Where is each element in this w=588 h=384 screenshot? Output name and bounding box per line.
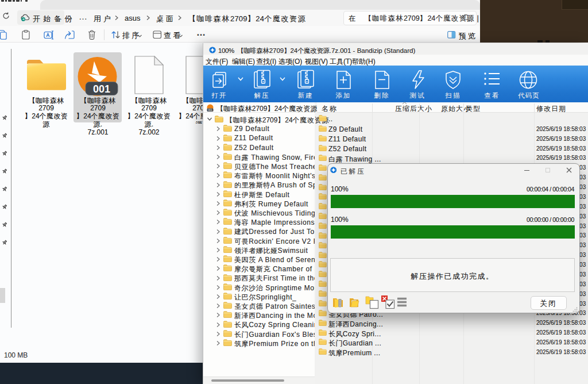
svg-text:001: 001: [93, 83, 110, 95]
svg-text:001: 001: [208, 109, 212, 112]
